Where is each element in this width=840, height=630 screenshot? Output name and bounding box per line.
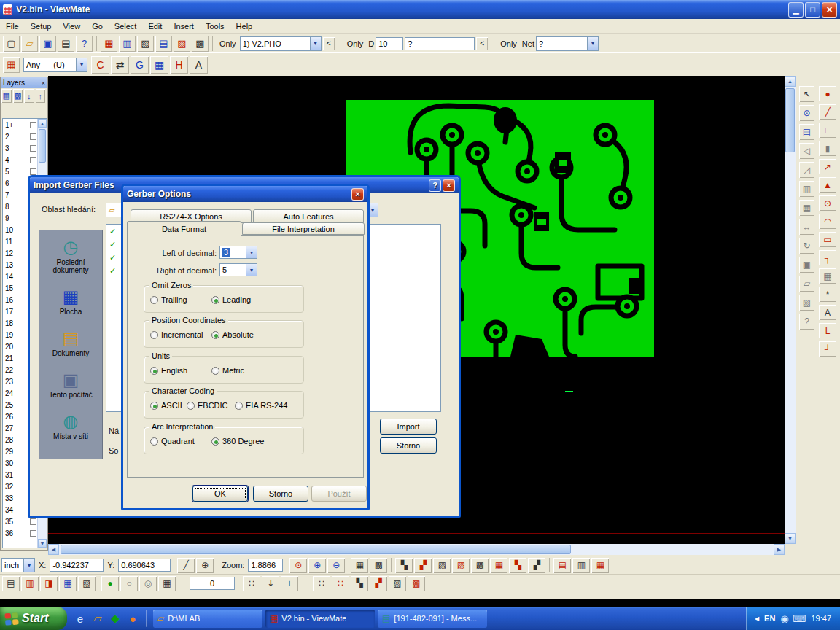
x-coordinate-field[interactable]: -0.942237: [50, 559, 104, 572]
scroll-down-button[interactable]: ▼: [785, 533, 796, 544]
gerber-options-title-bar[interactable]: Gerber Options ×: [123, 186, 368, 202]
close-button[interactable]: ×: [822, 2, 837, 18]
swap-layers-icon[interactable]: ⇄: [111, 56, 129, 74]
outline-view-icon[interactable]: ▥: [572, 558, 590, 573]
aperture-list-icon[interactable]: ▥: [119, 36, 136, 52]
circle-tool-icon[interactable]: ⊙: [819, 195, 836, 211]
elbow-tool-icon[interactable]: ┘: [819, 341, 836, 357]
dialog-close-button[interactable]: ×: [351, 188, 364, 201]
close-panel-icon[interactable]: ×: [42, 79, 45, 87]
fill-view-icon[interactable]: ▦: [591, 558, 609, 573]
dashed-rect-tool-icon[interactable]: ▦: [819, 268, 836, 284]
circle-select-icon[interactable]: C: [91, 56, 109, 74]
menu-item[interactable]: Insert: [168, 20, 200, 33]
title-bar[interactable]: ▦ V2.bin - ViewMate ▁ □ ×: [0, 0, 840, 19]
zoom-in-icon[interactable]: ⊕: [308, 558, 326, 573]
tab-data-format[interactable]: Data Format: [127, 221, 241, 236]
step-icon[interactable]: ▦: [799, 200, 814, 216]
scroll-right-button[interactable]: ▶: [774, 544, 785, 555]
pos-view-icon[interactable]: ▩: [471, 558, 489, 573]
menu-item[interactable]: File: [0, 20, 25, 33]
snap-icon[interactable]: ▥: [799, 181, 814, 197]
layer-visibility-checkbox[interactable]: [30, 530, 36, 537]
draw-view-icon[interactable]: ▧: [452, 558, 470, 573]
query-icon[interactable]: ?: [799, 314, 814, 330]
polygon-tool-icon[interactable]: ▲: [819, 177, 836, 192]
explorer-icon[interactable]: ▱: [90, 612, 105, 625]
diagonal-measure-icon[interactable]: ╱: [177, 558, 195, 573]
dropdown-arrow-icon[interactable]: ▾: [246, 264, 257, 276]
split-view-icon[interactable]: ◨: [40, 576, 58, 591]
context-help-icon[interactable]: ?: [76, 36, 93, 52]
tray-collapse-icon[interactable]: ◀: [755, 615, 759, 622]
active-file-dropdown[interactable]: 1) V2.PHO ▾: [240, 36, 322, 51]
radio-trailing[interactable]: Trailing: [150, 295, 187, 304]
select-cursor-icon[interactable]: ↖: [799, 86, 814, 102]
layer-visibility-checkbox[interactable]: [30, 122, 36, 128]
lamp-off-icon[interactable]: ○: [120, 576, 138, 591]
select-grid-icon[interactable]: ▤: [155, 36, 172, 52]
swap-view-icon[interactable]: ▨: [174, 36, 190, 52]
minimize-button[interactable]: ▁: [788, 2, 804, 18]
task-mlab-folder[interactable]: ▱ D:\MLAB: [153, 610, 262, 628]
grid-tool-icon[interactable]: ▦: [150, 56, 168, 74]
snap-point-icon[interactable]: +: [281, 576, 298, 591]
menu-item[interactable]: Select: [109, 20, 143, 33]
vertical-scrollbar[interactable]: ▲ ▼: [785, 76, 796, 544]
select-pads-icon[interactable]: ∷: [313, 576, 330, 591]
layer-visibility-checkbox[interactable]: [30, 145, 36, 152]
language-indicator[interactable]: EN: [764, 614, 775, 623]
scroll-up-button[interactable]: ▲: [785, 76, 796, 87]
line-tool-icon[interactable]: ╱: [819, 104, 836, 120]
task-viewmate[interactable]: ▦ V2.bin - ViewMate: [265, 610, 375, 628]
zoom-window-icon[interactable]: ⊙: [799, 105, 814, 121]
select-traces-icon[interactable]: ∷: [332, 576, 349, 591]
menu-item[interactable]: Help: [230, 20, 259, 33]
layer-visibility-checkbox[interactable]: [30, 133, 36, 140]
layer-row[interactable]: 3: [3, 142, 38, 154]
ok-button[interactable]: OK: [192, 486, 248, 502]
dropdown-arrow-icon[interactable]: ▾: [587, 37, 598, 50]
text-select-icon[interactable]: A: [190, 56, 208, 74]
radio-metric[interactable]: Metric: [211, 366, 244, 375]
left-of-decimal-dropdown[interactable]: 3 ▾: [219, 246, 257, 259]
mix-view-icon[interactable]: ▚: [509, 558, 526, 573]
radio-english[interactable]: English: [150, 366, 187, 375]
only-net-toggle[interactable]: Only: [500, 39, 517, 48]
online-status-icon[interactable]: ●: [101, 576, 119, 591]
dialog-help-button[interactable]: ?: [429, 179, 441, 192]
print-icon[interactable]: ▤: [58, 36, 74, 52]
dialog-close-button[interactable]: ×: [443, 179, 455, 192]
layer-visibility-checkbox[interactable]: [30, 168, 36, 175]
menu-item[interactable]: Setup: [25, 20, 58, 33]
film-box-icon[interactable]: ▦: [101, 36, 117, 52]
gerber-g-icon[interactable]: G: [131, 56, 149, 74]
net-dropdown[interactable]: ? ▾: [536, 36, 599, 51]
flash-view-icon[interactable]: ▨: [433, 558, 451, 573]
text-tool-icon[interactable]: A: [819, 305, 836, 320]
grid-snap-icon[interactable]: ▩: [370, 558, 387, 573]
scroll-up-button[interactable]: ▲: [38, 119, 47, 128]
only-file-toggle[interactable]: Only: [219, 39, 236, 48]
radio-ebcdic[interactable]: EBCDIC: [187, 401, 228, 410]
import-cancel-button[interactable]: Storno: [380, 438, 437, 454]
rotate-icon[interactable]: ↻: [799, 238, 814, 254]
start-button[interactable]: Start: [0, 607, 67, 630]
film-view-icon[interactable]: ▧: [78, 576, 96, 591]
firefox-icon[interactable]: ●: [125, 612, 140, 625]
board-view-icon[interactable]: ▤: [2, 576, 20, 591]
menu-item[interactable]: Edit: [142, 20, 168, 33]
apply-button[interactable]: Použít: [311, 486, 367, 502]
layer-view-icon[interactable]: ▥: [21, 576, 39, 591]
any-filter-dropdown[interactable]: Any (U) ▾: [23, 58, 88, 72]
probe-icon[interactable]: ◎: [139, 576, 157, 591]
scroll-thumb[interactable]: [61, 545, 571, 554]
center-target-icon[interactable]: ⊕: [196, 558, 214, 573]
right-of-decimal-dropdown[interactable]: 5 ▾: [219, 263, 257, 276]
dropdown-arrow-icon[interactable]: ▾: [246, 246, 257, 258]
radio-leading[interactable]: Leading: [211, 295, 251, 304]
tab-file-interpretation[interactable]: File Interpretation: [242, 222, 365, 235]
fill-icon[interactable]: ▨: [799, 295, 814, 311]
neg-view-icon[interactable]: ▦: [490, 558, 508, 573]
scroll-thumb[interactable]: [39, 129, 46, 163]
